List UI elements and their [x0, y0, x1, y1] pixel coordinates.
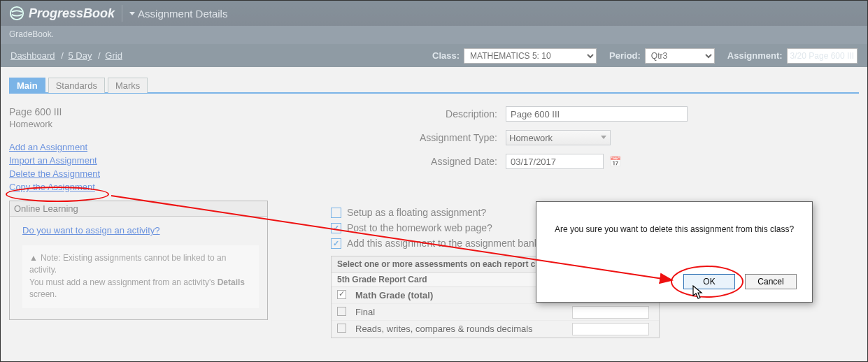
assessment-points-input[interactable] — [572, 306, 649, 319]
ok-button[interactable]: OK — [683, 274, 735, 289]
delete-assignment-link[interactable]: Delete the Assignment — [9, 168, 100, 179]
class-select[interactable]: MATHEMATICS 5: 10 — [464, 48, 597, 64]
post-homework-label: Post to the homework web page? — [347, 222, 492, 233]
tab-standards[interactable]: Standards — [48, 78, 105, 93]
tabs: Main Standards Marks — [9, 77, 859, 94]
dialog-message: Are you sure you want to delete this ass… — [536, 202, 812, 234]
assign-activity-link[interactable]: Do you want to assign an activity? — [22, 225, 160, 236]
page-title-dropdown[interactable]: Assignment Details — [129, 8, 227, 20]
assessments-col-reportcard: 5th Grade Report Card — [332, 273, 568, 287]
header-divider — [122, 5, 122, 22]
period-label: Period: — [609, 50, 641, 61]
add-assignment-link[interactable]: Add an Assignment — [9, 142, 87, 152]
post-homework-checkbox[interactable] — [331, 223, 341, 233]
floating-assignment-label: Setup as a floating assignment? — [347, 207, 486, 218]
assessment-checkbox[interactable] — [337, 324, 346, 333]
left-panel: Page 600 III Homework Add an Assignment … — [9, 106, 268, 338]
class-label: Class: — [432, 50, 460, 61]
assignment-name: Page 600 III — [9, 106, 268, 117]
assessment-name: Final — [351, 304, 568, 320]
progressbook-icon — [9, 6, 24, 21]
assignment-display[interactable]: 3/20 Page 600 III — [787, 48, 858, 64]
breadcrumb-5day[interactable]: 5 Day — [68, 50, 92, 61]
brand-logo[interactable]: ProgressBook — [9, 6, 115, 21]
context-bar: Dashboard / 5 Day / Grid Class: MATHEMAT… — [1, 44, 867, 67]
action-links: Add an Assignment Import an Assignment D… — [9, 142, 268, 192]
breadcrumb-sep: / — [61, 50, 64, 61]
assignment-type-label: Homework — [9, 119, 268, 129]
assignment-bank-checkbox[interactable] — [331, 238, 341, 249]
import-assignment-link[interactable]: Import an Assignment — [9, 155, 97, 166]
activity-note: ▲Note: Existing assignments cannot be li… — [22, 245, 259, 308]
svg-point-0 — [10, 7, 23, 20]
assessment-checkbox[interactable] — [337, 290, 346, 299]
breadcrumb: Dashboard / 5 Day / Grid — [10, 50, 124, 61]
module-bar: GradeBook. — [1, 26, 867, 44]
breadcrumb-dashboard[interactable]: Dashboard — [10, 50, 55, 61]
assessment-checkbox[interactable] — [337, 307, 346, 316]
brand-text: ProgressBook — [29, 6, 115, 21]
page-title: Assignment Details — [138, 8, 227, 20]
assigned-date-label: Assigned Date: — [331, 156, 506, 167]
app-header: ProgressBook Assignment Details — [1, 1, 867, 26]
online-learning-header: Online Learning — [10, 201, 267, 217]
cancel-button[interactable]: Cancel — [745, 274, 797, 289]
tab-main[interactable]: Main — [9, 78, 45, 93]
assessment-row: Reads, writes, compares & rounds decimal… — [332, 321, 659, 338]
caret-down-icon — [129, 12, 135, 15]
assignment-bank-label: Add this assignment to the assignment ba… — [347, 238, 545, 249]
assigned-date-input[interactable] — [506, 154, 604, 169]
assignment-type-select[interactable]: Homework — [506, 130, 611, 145]
floating-assignment-checkbox[interactable] — [331, 208, 341, 218]
calendar-icon[interactable]: 📅 — [609, 156, 621, 167]
assessment-row: Final — [332, 304, 659, 321]
online-learning-panel: Online Learning Do you want to assign an… — [9, 201, 268, 320]
warning-icon: ▲ — [29, 253, 38, 263]
assignment-type-form-label: Assignment Type: — [331, 132, 506, 143]
period-select[interactable]: Qtr3 — [645, 48, 715, 64]
assignment-label: Assignment: — [727, 50, 783, 61]
module-name: GradeBook. — [9, 29, 54, 39]
chevron-down-icon — [601, 136, 606, 139]
assessment-name: Reads, writes, compares & rounds decimal… — [351, 321, 568, 337]
confirm-delete-dialog: Are you sure you want to delete this ass… — [536, 201, 813, 303]
description-label: Description: — [331, 108, 506, 120]
tab-marks[interactable]: Marks — [108, 78, 148, 93]
breadcrumb-sep: / — [98, 50, 101, 61]
copy-assignment-link[interactable]: Copy the Assignment — [9, 182, 95, 192]
description-input[interactable] — [506, 106, 688, 122]
breadcrumb-grid[interactable]: Grid — [105, 50, 122, 61]
assessment-points-input[interactable] — [572, 323, 649, 335]
